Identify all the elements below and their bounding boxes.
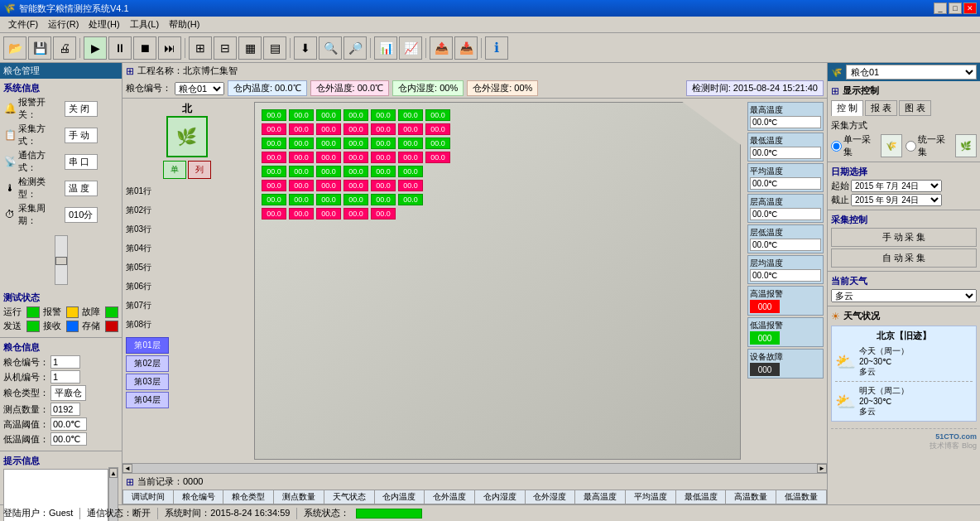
- sensor-cell-2-7[interactable]: 00.0: [425, 123, 450, 135]
- sensor-cell-6-6[interactable]: 00.0: [398, 180, 423, 191]
- toolbar-down[interactable]: ⬇: [294, 36, 317, 60]
- menu-help[interactable]: 帮助(H): [164, 17, 204, 32]
- start-date-select[interactable]: 2015 年 7月 24日: [851, 180, 942, 192]
- layer-btn-3[interactable]: 第03层: [126, 374, 169, 390]
- sensor-cell-4-7[interactable]: 00.0: [425, 152, 450, 163]
- sensor-cell-3-6[interactable]: 00.0: [398, 137, 423, 149]
- toolbar-grid1[interactable]: ⊞: [189, 36, 212, 60]
- toolbar-export[interactable]: 📤: [430, 36, 453, 60]
- toolbar-info[interactable]: ℹ: [485, 36, 508, 60]
- auto-collect-button[interactable]: 自 动 采 集: [831, 248, 977, 268]
- tab-report[interactable]: 报 表: [865, 100, 897, 116]
- sensor-cell-8-3[interactable]: 00.0: [316, 208, 341, 219]
- sensor-cell-3-7[interactable]: 00.0: [425, 137, 450, 149]
- sensor-cell-7-4[interactable]: 00.0: [343, 194, 368, 205]
- toolbar-open[interactable]: 📂: [3, 36, 26, 60]
- sensor-cell-5-4[interactable]: 00.0: [343, 166, 368, 177]
- sensor-cell-1-4[interactable]: 00.0: [343, 109, 368, 121]
- layer-btn-1[interactable]: 第01层: [126, 337, 169, 354]
- toolbar-play[interactable]: ▶: [84, 36, 107, 60]
- sensor-cell-4-4[interactable]: 00.0: [343, 152, 368, 163]
- sensor-cell-5-2[interactable]: 00.0: [289, 166, 314, 177]
- sensor-cell-2-2[interactable]: 00.0: [289, 123, 314, 135]
- sensor-cell-6-3[interactable]: 00.0: [316, 180, 341, 191]
- maximize-button[interactable]: □: [949, 2, 962, 14]
- sensor-cell-1-6[interactable]: 00.0: [398, 109, 423, 121]
- menu-run[interactable]: 运行(R): [43, 17, 84, 32]
- toolbar-grid3[interactable]: ▦: [238, 36, 262, 60]
- sensor-cell-4-1[interactable]: 00.0: [262, 152, 286, 163]
- window-controls[interactable]: _ □ ✕: [934, 2, 977, 14]
- sensor-cell-5-5[interactable]: 00.0: [371, 166, 396, 177]
- sensor-cell-2-1[interactable]: 00.0: [262, 123, 286, 135]
- toolbar-import[interactable]: 📥: [454, 36, 478, 60]
- sensor-cell-1-5[interactable]: 00.0: [371, 109, 396, 121]
- unified-collect-radio[interactable]: [906, 141, 916, 152]
- silo-selector[interactable]: 粮仓01: [175, 82, 224, 95]
- sensor-cell-3-3[interactable]: 00.0: [316, 137, 341, 149]
- sensor-cell-3-2[interactable]: 00.0: [289, 137, 314, 149]
- sensor-cell-3-4[interactable]: 00.0: [343, 137, 368, 149]
- manual-collect-button[interactable]: 手 动 采 集: [831, 228, 977, 247]
- silo-points-input[interactable]: [50, 403, 80, 416]
- sensor-cell-8-5[interactable]: 00.0: [371, 208, 396, 219]
- single-collect-radio[interactable]: [831, 141, 842, 152]
- sensor-cell-6-5[interactable]: 00.0: [371, 180, 396, 191]
- sensor-cell-1-7[interactable]: 00.0: [425, 109, 450, 121]
- sensor-cell-3-1[interactable]: 00.0: [262, 137, 286, 149]
- toolbar-step[interactable]: ⏭: [158, 36, 181, 60]
- toolbar-grid2[interactable]: ⊟: [214, 36, 237, 60]
- sensor-cell-7-3[interactable]: 00.0: [316, 194, 341, 205]
- sensor-cell-5-1[interactable]: 00.0: [262, 166, 286, 177]
- end-date-select[interactable]: 2015 年 9月 24日: [851, 194, 942, 206]
- sensor-cell-4-5[interactable]: 00.0: [371, 152, 396, 163]
- slider-thumb[interactable]: [55, 257, 67, 265]
- right-silo-select[interactable]: 粮仓01: [846, 65, 977, 80]
- sensor-cell-7-1[interactable]: 00.0: [262, 194, 286, 205]
- layer-btn-4[interactable]: 第04层: [126, 392, 169, 408]
- silo-high-input[interactable]: [50, 417, 87, 431]
- toolbar-pause[interactable]: ⏸: [108, 36, 132, 60]
- sensor-cell-5-3[interactable]: 00.0: [316, 166, 341, 177]
- toolbar-display1[interactable]: 📊: [374, 36, 397, 60]
- toolbar-stop[interactable]: ⏹: [133, 36, 156, 60]
- combined-mode-icon[interactable]: 列: [188, 161, 211, 179]
- close-button[interactable]: ✕: [963, 2, 977, 14]
- silo-low-input[interactable]: [50, 432, 87, 446]
- sensor-cell-1-1[interactable]: 00.0: [262, 109, 286, 121]
- toolbar-zoom[interactable]: 🔎: [343, 36, 367, 60]
- h-scrollbar[interactable]: ◄ ►: [122, 463, 827, 473]
- toolbar-grid4[interactable]: ▤: [263, 36, 286, 60]
- v-slider[interactable]: [55, 235, 68, 285]
- sensor-cell-8-2[interactable]: 00.0: [289, 208, 314, 219]
- sensor-cell-7-5[interactable]: 00.0: [371, 194, 396, 205]
- sensor-cell-6-1[interactable]: 00.0: [262, 180, 286, 191]
- scroll-left-btn[interactable]: ◄: [122, 464, 132, 473]
- scroll-track[interactable]: [132, 464, 817, 473]
- sensor-cell-2-4[interactable]: 00.0: [343, 123, 368, 135]
- scrollbar-up[interactable]: ▲: [109, 468, 118, 478]
- sensor-cell-7-6[interactable]: 00.0: [398, 194, 423, 205]
- toolbar-search[interactable]: 🔍: [319, 36, 342, 60]
- tab-control[interactable]: 控 制: [831, 100, 863, 116]
- menu-tools[interactable]: 工具(L): [125, 17, 164, 32]
- sensor-cell-2-6[interactable]: 00.0: [398, 123, 423, 135]
- sensor-cell-8-4[interactable]: 00.0: [343, 208, 368, 219]
- sensor-cell-6-2[interactable]: 00.0: [289, 180, 314, 191]
- menu-file[interactable]: 文件(F): [3, 17, 43, 32]
- layer-btn-2[interactable]: 第02层: [126, 355, 169, 372]
- toolbar-save[interactable]: 💾: [28, 36, 51, 60]
- sensor-cell-6-4[interactable]: 00.0: [343, 180, 368, 191]
- sensor-cell-5-6[interactable]: 00.0: [398, 166, 423, 177]
- sensor-cell-1-2[interactable]: 00.0: [289, 109, 314, 121]
- sensor-cell-4-6[interactable]: 00.0: [398, 152, 423, 163]
- silo-slave-input[interactable]: [50, 370, 80, 384]
- weather-select[interactable]: 多云 晴天 雨天: [831, 289, 977, 302]
- single-mode-icon[interactable]: 单: [163, 161, 186, 179]
- minimize-button[interactable]: _: [934, 2, 947, 14]
- sensor-cell-2-5[interactable]: 00.0: [371, 123, 396, 135]
- sensor-cell-2-3[interactable]: 00.0: [316, 123, 341, 135]
- sensor-cell-7-2[interactable]: 00.0: [289, 194, 314, 205]
- sensor-cell-4-2[interactable]: 00.0: [289, 152, 314, 163]
- toolbar-print[interactable]: 🖨: [53, 36, 76, 60]
